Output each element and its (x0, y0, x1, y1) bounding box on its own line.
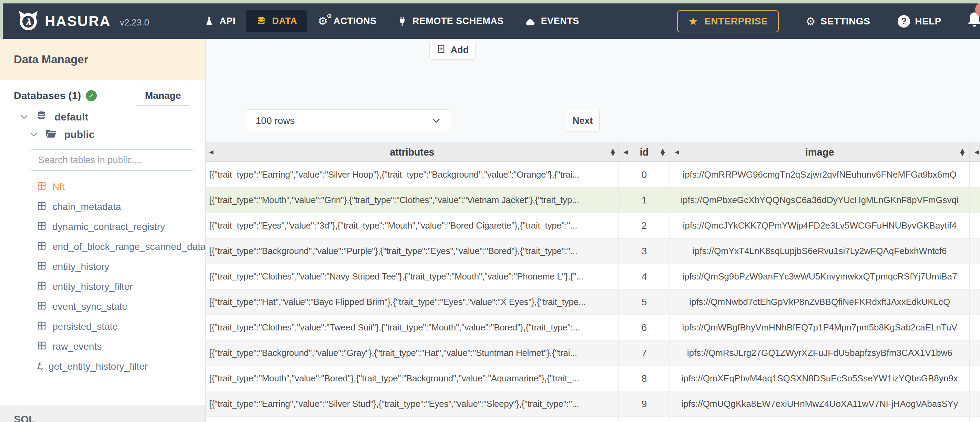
cell-partial (970, 315, 980, 340)
brand-name: HASURA (45, 13, 111, 30)
column-header-label: image (679, 147, 960, 158)
cell-partial (970, 366, 980, 391)
collapse-column-icon[interactable]: ◀ (209, 149, 213, 155)
table-name: persisted_state (52, 321, 118, 332)
gear-icon: ⚙ (806, 16, 816, 27)
nav-item-remote-schemas[interactable]: REMOTE SCHEMAS (387, 10, 514, 32)
help-button[interactable]: ? HELP (898, 15, 942, 27)
collapse-column-icon[interactable]: ◀ (624, 149, 627, 155)
add-button-label: Add (451, 45, 469, 56)
table-row: [{"trait_type":"Hat","value":"Bayc Flipp… (206, 289, 980, 315)
table-row-partial (206, 417, 980, 422)
nav-item-label: DATA (272, 16, 297, 27)
bell-icon (966, 25, 980, 31)
chevron-down-icon[interactable] (30, 132, 38, 137)
manage-button[interactable]: Manage (136, 86, 190, 106)
cloud-icon (525, 17, 536, 26)
collapse-column-icon[interactable]: ◀ (675, 149, 679, 155)
table-grid-icon (37, 221, 47, 233)
hasura-logo[interactable]: λ HASURA v2.23.0 (17, 10, 149, 32)
collapse-column-icon[interactable]: ◀ (975, 149, 978, 155)
cell-image: ipfs://QmcJYkCKK7QPmYWjp4FD2e3Lv5WCGFuHN… (670, 213, 970, 238)
add-row-button[interactable]: Add (430, 41, 476, 60)
sidebar-table-item-chain_metadata[interactable]: chain_metadata (0, 197, 205, 217)
nav-item-label: ACTIONS (334, 16, 377, 27)
database-name: default (54, 111, 88, 123)
cell-attributes: [{"trait_type":"Mouth","value":"Grin"},{… (206, 187, 619, 213)
question-circle-icon: ? (898, 15, 910, 27)
table-name: event_sync_state (52, 301, 127, 312)
sort-icon[interactable]: ▲▼ (611, 149, 615, 155)
cell-id: 4 (619, 264, 670, 289)
cell-id: 7 (619, 340, 670, 366)
cell-partial (970, 264, 980, 289)
cell-empty (970, 417, 980, 422)
notifications-button[interactable]: 8 (966, 11, 980, 32)
sidebar-table-item-dynamic_contract_registry[interactable]: dynamic_contract_registry (0, 217, 205, 237)
window-top-strip (0, 0, 980, 3)
next-page-button[interactable]: Next (566, 110, 600, 132)
table-row: [{"trait_type":"Background","value":"Pur… (206, 238, 980, 264)
table-grid-icon (37, 181, 47, 194)
table-list: Nftchain_metadatadynamic_contract_regist… (0, 177, 205, 376)
sidebar-function-item-get_entity_history_filter[interactable]: fxget_entity_history_filter (0, 357, 205, 376)
grid-body: [{"trait_type":"Earring","value":"Silver… (206, 162, 980, 422)
nav-item-events[interactable]: EVENTS (514, 10, 590, 32)
table-grid-icon (37, 201, 47, 213)
table-grid-icon (37, 281, 47, 293)
sidebar-table-item-persisted_state[interactable]: persisted_state (0, 317, 205, 336)
svg-text:λ: λ (25, 17, 31, 27)
cell-id: 1 (619, 187, 670, 213)
sidebar-table-item-raw_events[interactable]: raw_events (0, 336, 205, 357)
cell-partial (970, 187, 980, 213)
chevron-down-icon (431, 118, 441, 124)
rows-select-value: 100 rows (256, 115, 295, 126)
data-grid: ◀attributes▲▼◀id▲▼◀image▲▼◀ [{"trait_typ… (206, 143, 980, 422)
search-tables-input[interactable] (29, 149, 195, 171)
nav-item-data[interactable]: DATA (246, 10, 307, 32)
table-row: [{"trait_type":"Earring","value":"Silver… (206, 391, 980, 417)
enterprise-button[interactable]: ★ ENTERPRISE (677, 10, 779, 32)
cell-attributes: [{"trait_type":"Hat","value":"Bayc Flipp… (206, 289, 619, 315)
check-circle-icon: ✓ (86, 90, 97, 101)
column-header-label: id (628, 147, 660, 158)
table-grid-icon (37, 340, 47, 353)
cell-id: 8 (619, 366, 670, 391)
grid-header-row: ◀attributes▲▼◀id▲▼◀image▲▼◀ (206, 143, 980, 162)
cell-id: 3 (619, 238, 670, 264)
sort-icon[interactable]: ▲▼ (960, 149, 964, 155)
cell-empty (670, 417, 970, 422)
table-name: dynamic_contract_registry (52, 221, 165, 232)
table-row: [{"trait_type":"Clothes","value":"Tweed … (206, 315, 980, 340)
nav-item-label: REMOTE SCHEMAS (412, 16, 504, 27)
cell-empty (206, 417, 619, 422)
main-content: Add 100 rows Next ◀attributes▲▼◀id▲▼◀ima… (206, 39, 980, 422)
hasura-logo-icon: λ (17, 10, 39, 32)
column-header-id[interactable]: ◀id▲▼ (619, 143, 670, 162)
nav-item-api[interactable]: API (194, 10, 246, 32)
tree-node-schema[interactable]: public (0, 126, 205, 143)
sidebar-table-item-entity_history[interactable]: entity_history (0, 257, 205, 277)
sidebar-table-item-nft[interactable]: Nft (0, 177, 205, 197)
sort-icon[interactable]: ▲▼ (660, 149, 665, 155)
column-header-attributes[interactable]: ◀attributes▲▼ (206, 143, 619, 162)
column-header-image[interactable]: ◀image▲▼ (670, 143, 970, 162)
function-icon: fx (37, 360, 43, 373)
nav-item-actions[interactable]: ⚙⚙ACTIONS (307, 10, 387, 32)
table-grid-icon (37, 260, 47, 273)
schema-name: public (64, 129, 94, 140)
window-left-strip (0, 3, 3, 39)
sidebar-table-item-end_of_block_range_scanned_data[interactable]: end_of_block_range_scanned_data (0, 237, 205, 257)
cell-attributes: [{"trait_type":"Mouth","value":"Bored"},… (206, 366, 619, 391)
sidebar-footer[interactable]: SQL (0, 405, 205, 422)
sidebar-table-item-entity_history_filter[interactable]: entity_history_filter (0, 277, 205, 297)
tree-node-database[interactable]: default (0, 108, 205, 126)
settings-button[interactable]: ⚙ SETTINGS (806, 16, 870, 27)
rows-per-page-select[interactable]: 100 rows (246, 109, 451, 132)
chevron-down-icon[interactable] (20, 114, 28, 120)
table-row: [{"trait_type":"Eyes","value":"3d"},{"tr… (206, 213, 980, 238)
cell-partial (970, 238, 980, 264)
cell-attributes: [{"trait_type":"Eyes","value":"3d"},{"tr… (206, 213, 619, 238)
sidebar-table-item-event_sync_state[interactable]: event_sync_state (0, 297, 205, 317)
plus-square-icon (436, 44, 446, 56)
